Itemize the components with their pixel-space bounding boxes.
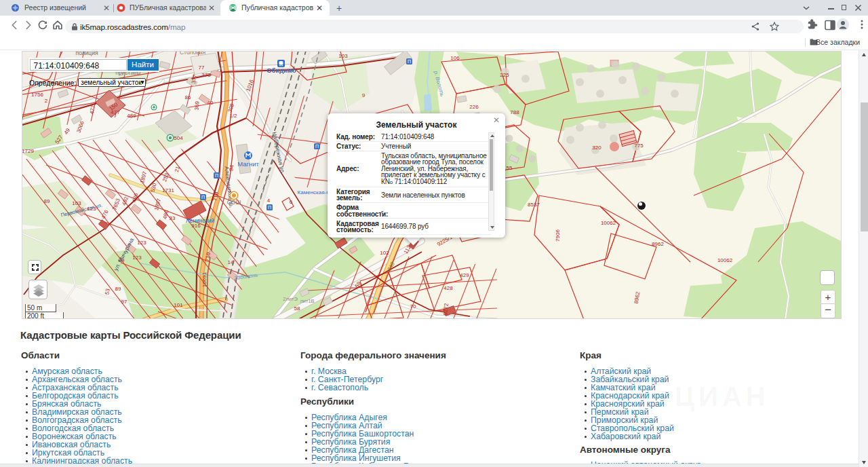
svg-text:П: П: [215, 173, 218, 178]
svg-text:1729: 1729: [22, 148, 34, 154]
svg-text:П: П: [315, 144, 319, 149]
svg-text:477: 477: [111, 109, 120, 115]
svg-text:9: 9: [362, 92, 366, 98]
svg-text:369: 369: [193, 100, 200, 111]
svg-text:123: 123: [132, 255, 142, 261]
svg-text:14: 14: [228, 259, 234, 265]
svg-text:101: 101: [174, 302, 183, 308]
svg-text:106: 106: [450, 55, 460, 61]
svg-text:Столовая: Столовая: [180, 52, 205, 56]
svg-text:77: 77: [199, 64, 205, 71]
svg-text:86: 86: [185, 94, 191, 100]
svg-text:1/2: 1/2: [229, 113, 237, 119]
svg-text:8537: 8537: [528, 202, 540, 208]
svg-text:9272: 9272: [442, 303, 450, 316]
svg-text:П: П: [201, 195, 205, 200]
svg-text:4: 4: [267, 198, 271, 204]
svg-text:лит1В: лит1В: [300, 298, 314, 304]
svg-text:Магнит: Магнит: [237, 160, 259, 168]
svg-text:89: 89: [44, 198, 50, 204]
svg-text:П: П: [408, 59, 411, 64]
svg-text:2: 2: [45, 98, 48, 104]
svg-text:489: 489: [127, 113, 136, 119]
svg-text:429: 429: [460, 272, 469, 278]
svg-text:10062: 10062: [601, 220, 616, 226]
svg-text:103: 103: [72, 200, 81, 206]
svg-text:775: 775: [634, 143, 644, 149]
svg-text:428: 428: [443, 285, 453, 291]
svg-text:70: 70: [410, 303, 416, 310]
svg-text:40: 40: [208, 100, 214, 106]
svg-text:7906: 7906: [555, 229, 561, 242]
svg-text:103: 103: [338, 53, 348, 59]
svg-text:Обидимо: Обидимо: [267, 67, 296, 74]
svg-text:6: 6: [290, 199, 293, 205]
svg-text:Ленинский: Ленинский: [186, 217, 214, 224]
svg-text:10062: 10062: [717, 257, 733, 263]
svg-text:1756: 1756: [31, 92, 43, 98]
svg-text:97: 97: [121, 299, 127, 305]
svg-text:788: 788: [510, 109, 519, 115]
svg-text:226: 226: [469, 104, 479, 110]
svg-text:10691: 10691: [201, 272, 208, 287]
svg-text:33: 33: [170, 215, 176, 221]
svg-text:504: 504: [174, 135, 183, 141]
svg-text:373: 373: [201, 72, 211, 78]
svg-text:89: 89: [115, 286, 121, 292]
svg-text:225: 225: [500, 72, 509, 78]
svg-text:1731: 1731: [162, 187, 174, 193]
svg-text:58: 58: [294, 305, 300, 312]
svg-text:П: П: [268, 205, 271, 210]
svg-text:55: 55: [507, 165, 513, 171]
svg-text:123: 123: [137, 240, 146, 246]
svg-text:2литЭ: 2литЭ: [283, 296, 298, 302]
svg-text:8962: 8962: [652, 241, 664, 247]
svg-text:320: 320: [592, 145, 601, 151]
svg-text:102: 102: [380, 250, 389, 256]
svg-text:полиция: полиция: [75, 52, 98, 56]
